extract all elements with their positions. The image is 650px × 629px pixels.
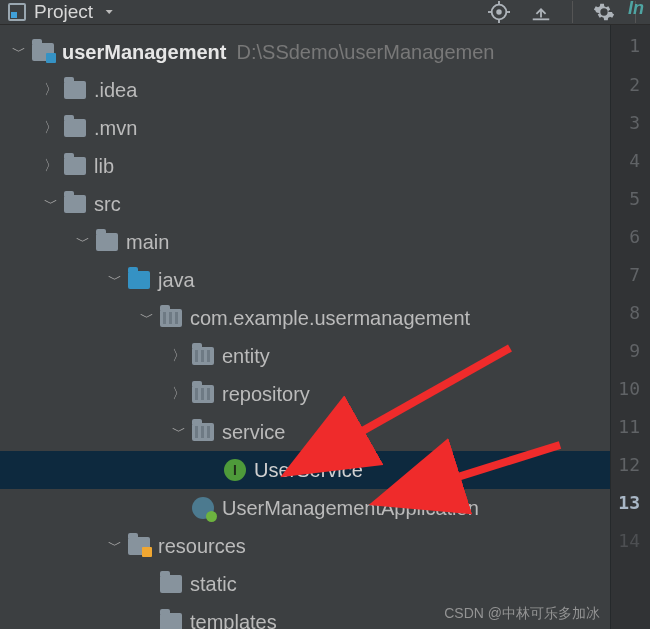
line-number: 12 [611, 445, 640, 483]
folder-icon [160, 611, 182, 629]
package-icon [160, 307, 182, 329]
item-label: com.example.usermanagement [190, 307, 470, 330]
chevron-right-icon[interactable]: 〉 [172, 385, 186, 403]
tree-item-app[interactable]: 〉 UserManagementApplication [0, 489, 610, 527]
tree-item-entity[interactable]: 〉 entity [0, 337, 610, 375]
tree-item-service[interactable]: ﹀ service [0, 413, 610, 451]
tree-item-userservice[interactable]: 〉 I UserService [0, 451, 610, 489]
chevron-down-icon[interactable]: ﹀ [44, 195, 58, 213]
line-number: 3 [611, 103, 640, 141]
folder-icon [96, 231, 118, 253]
item-label: resources [158, 535, 246, 558]
project-label[interactable]: Project [34, 1, 93, 23]
project-tree[interactable]: ﹀ userManagement D:\SSdemo\userManagemen… [0, 25, 610, 629]
line-number: 1 [611, 25, 640, 65]
line-number: 10 [611, 369, 640, 407]
line-number: 2 [611, 65, 640, 103]
tree-item-idea[interactable]: 〉 .idea [0, 71, 610, 109]
watermark: CSDN @中林可乐多加冰 [444, 605, 600, 623]
item-label: lib [94, 155, 114, 178]
chevron-right-icon[interactable]: 〉 [172, 347, 186, 365]
item-label: UserManagementApplication [222, 497, 479, 520]
folder-icon [64, 155, 86, 177]
item-label: templates [190, 611, 277, 630]
root-name: userManagement [62, 41, 227, 64]
tree-item-repository[interactable]: 〉 repository [0, 375, 610, 413]
project-icon [8, 3, 26, 21]
folder-icon [160, 573, 182, 595]
item-label: main [126, 231, 169, 254]
tree-root[interactable]: ﹀ userManagement D:\SSdemo\userManagemen [0, 33, 610, 71]
line-number: 14 [611, 521, 640, 559]
chevron-down-icon[interactable]: ﹀ [76, 233, 90, 251]
folder-icon [64, 193, 86, 215]
tree-item-java[interactable]: ﹀ java [0, 261, 610, 299]
chevron-down-icon[interactable]: ﹀ [12, 43, 26, 61]
interface-icon: I [224, 459, 246, 481]
tree-item-lib[interactable]: 〉 lib [0, 147, 610, 185]
tree-item-package[interactable]: ﹀ com.example.usermanagement [0, 299, 610, 337]
tree-item-static[interactable]: 〉 static [0, 565, 610, 603]
line-number: 7 [611, 255, 640, 293]
tree-item-main[interactable]: ﹀ main [0, 223, 610, 261]
item-label: src [94, 193, 121, 216]
source-folder-icon [128, 269, 150, 291]
line-number: 4 [611, 141, 640, 179]
line-number: 6 [611, 217, 640, 255]
editor-tab-partial[interactable]: In [628, 0, 644, 19]
settings-icon[interactable] [593, 1, 615, 23]
line-number: 8 [611, 293, 640, 331]
module-folder-icon [32, 41, 54, 63]
item-label: .idea [94, 79, 137, 102]
chevron-down-icon[interactable]: ﹀ [108, 271, 122, 289]
springboot-icon [192, 497, 214, 519]
line-number: 11 [611, 407, 640, 445]
item-label: UserService [254, 459, 363, 482]
divider [572, 1, 573, 23]
item-label: repository [222, 383, 310, 406]
dropdown-icon[interactable]: ▼ [103, 8, 115, 16]
toolbar: Project ▼ In [0, 0, 650, 25]
editor-gutter: 1 2 3 4 5 6 7 8 9 10 11 12 13 14 [610, 25, 650, 629]
chevron-down-icon[interactable]: ﹀ [172, 423, 186, 441]
resources-folder-icon [128, 535, 150, 557]
locate-icon[interactable] [488, 1, 510, 23]
folder-icon [64, 117, 86, 139]
line-number-current: 13 [611, 483, 640, 521]
folder-icon [64, 79, 86, 101]
item-label: service [222, 421, 285, 444]
item-label: static [190, 573, 237, 596]
root-path: D:\SSdemo\userManagemen [237, 41, 495, 64]
tree-item-mvn[interactable]: 〉 .mvn [0, 109, 610, 147]
item-label: entity [222, 345, 270, 368]
expand-all-icon[interactable] [530, 1, 552, 23]
tree-item-resources[interactable]: ﹀ resources [0, 527, 610, 565]
toolbar-right [488, 1, 642, 23]
line-number: 5 [611, 179, 640, 217]
chevron-down-icon[interactable]: ﹀ [140, 309, 154, 327]
item-label: java [158, 269, 195, 292]
item-label: .mvn [94, 117, 137, 140]
package-icon [192, 383, 214, 405]
line-number: 9 [611, 331, 640, 369]
svg-point-1 [497, 10, 501, 14]
chevron-right-icon[interactable]: 〉 [44, 157, 58, 175]
chevron-right-icon[interactable]: 〉 [44, 81, 58, 99]
tree-item-src[interactable]: ﹀ src [0, 185, 610, 223]
chevron-right-icon[interactable]: 〉 [44, 119, 58, 137]
package-icon [192, 421, 214, 443]
chevron-down-icon[interactable]: ﹀ [108, 537, 122, 555]
package-icon [192, 345, 214, 367]
